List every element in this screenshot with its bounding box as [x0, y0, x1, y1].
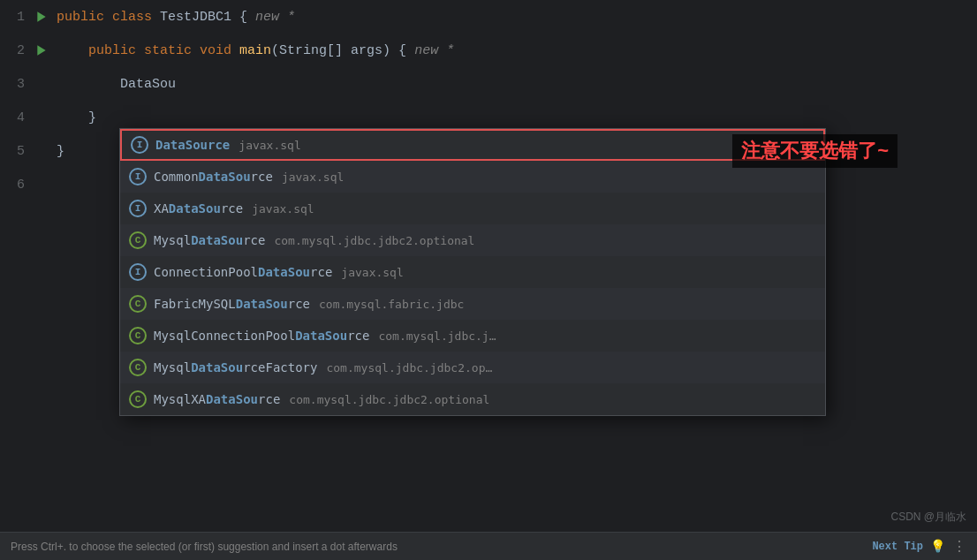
item-package-6: com.mysql.jdbc.jdbc2.op…: [326, 361, 492, 375]
run-icon-2[interactable]: [34, 42, 49, 58]
line-number-1: 1: [7, 10, 34, 25]
item-name-1: XADataSource: [154, 201, 243, 216]
code-content-5: }: [57, 144, 64, 159]
selected-icon: I: [131, 136, 148, 154]
autocomplete-item-6[interactable]: C MysqlDataSourceFactory com.mysql.jdbc.…: [120, 352, 825, 383]
item-name-5: MysqlConnectionPoolDataSource: [154, 329, 369, 343]
line-number-5: 5: [7, 144, 34, 159]
item-icon-3: I: [129, 263, 147, 281]
item-name-3: ConnectionPoolDataSource: [154, 265, 332, 279]
item-package-2: com.mysql.jdbc.jdbc2.optional: [274, 234, 474, 247]
item-package-5: com.mysql.jdbc.j…: [378, 329, 496, 343]
item-name-6: MysqlDataSourceFactory: [154, 360, 317, 375]
autocomplete-selected-item[interactable]: I DataSource javax.sql: [120, 129, 825, 161]
code-content-3: DataSou: [57, 77, 176, 92]
svg-marker-1: [37, 45, 45, 56]
autocomplete-item-7[interactable]: C MysqlXADataSource com.mysql.jdbc.jdbc2…: [120, 383, 825, 415]
item-package-4: com.mysql.fabric.jdbc: [319, 298, 464, 311]
item-icon-0: I: [129, 168, 147, 185]
autocomplete-dropdown: I DataSource javax.sql I CommonDataSourc…: [119, 128, 826, 416]
item-name-0: CommonDataSource: [154, 170, 273, 184]
line-number-4: 4: [7, 110, 34, 125]
more-options-icon[interactable]: ⋮: [952, 538, 966, 556]
autocomplete-item-5[interactable]: C MysqlConnectionPoolDataSource com.mysq…: [120, 320, 825, 352]
selected-item-name: DataSource: [155, 138, 230, 152]
code-content-2: public static void main(String[] args) {…: [57, 43, 454, 58]
code-line-1: 1 public class TestJDBC1 { new *: [0, 0, 977, 34]
item-name-2: MysqlDataSource: [154, 233, 265, 247]
status-bar: Press Ctrl+. to choose the selected (or …: [0, 532, 977, 560]
item-package-3: javax.sql: [341, 266, 403, 279]
autocomplete-item-2[interactable]: C MysqlDataSource com.mysql.jdbc.jdbc2.o…: [120, 224, 825, 256]
line-number-3: 3: [7, 77, 34, 92]
watermark-text: CSDN @月临水: [890, 510, 966, 525]
item-package-7: com.mysql.jdbc.jdbc2.optional: [289, 393, 489, 406]
code-content-4: }: [57, 110, 96, 125]
item-icon-1: I: [129, 200, 147, 217]
code-content-1: public class TestJDBC1 { new *: [57, 10, 295, 25]
item-icon-7: C: [129, 390, 147, 408]
status-hint-text: Press Ctrl+. to choose the selected (or …: [11, 541, 872, 553]
autocomplete-item-1[interactable]: I XADataSource javax.sql: [120, 193, 825, 224]
code-line-2: 2 public static void main(String[] args)…: [0, 34, 977, 67]
code-line-3: 3 DataSou: [0, 67, 977, 101]
item-name-4: FabricMySQLDataSource: [154, 297, 310, 311]
autocomplete-item-0[interactable]: I CommonDataSource javax.sql: [120, 161, 825, 193]
item-icon-4: C: [129, 295, 147, 313]
run-icon-1[interactable]: [34, 9, 49, 25]
item-name-7: MysqlXADataSource: [154, 392, 280, 406]
svg-marker-0: [37, 11, 45, 22]
next-tip-button[interactable]: Next Tip: [872, 541, 923, 553]
item-icon-6: C: [129, 359, 147, 376]
item-icon-2: C: [129, 231, 147, 249]
item-package-1: javax.sql: [252, 202, 314, 216]
editor-area: 1 public class TestJDBC1 { new * 2 publi…: [0, 0, 977, 560]
autocomplete-item-3[interactable]: I ConnectionPoolDataSource javax.sql: [120, 256, 825, 288]
line-number-2: 2: [7, 43, 34, 58]
item-package-0: javax.sql: [282, 170, 344, 184]
autocomplete-item-4[interactable]: C FabricMySQLDataSource com.mysql.fabric…: [120, 288, 825, 320]
bulb-icon: 💡: [930, 539, 945, 554]
line-number-6: 6: [7, 178, 34, 193]
item-icon-5: C: [129, 327, 147, 344]
selected-item-package: javax.sql: [239, 139, 300, 152]
